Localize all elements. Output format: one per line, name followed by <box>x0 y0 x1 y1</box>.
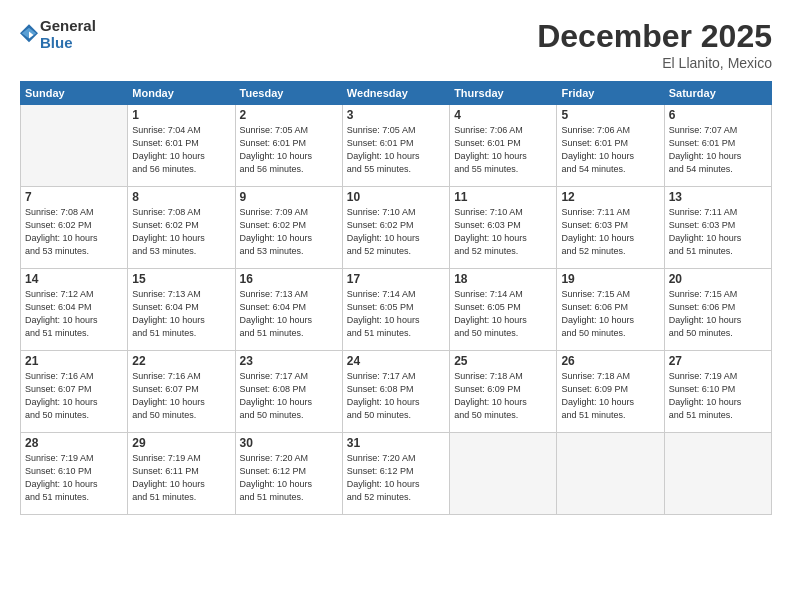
calendar-cell: 8Sunrise: 7:08 AM Sunset: 6:02 PM Daylig… <box>128 187 235 269</box>
day-info: Sunrise: 7:19 AM Sunset: 6:11 PM Dayligh… <box>132 452 230 504</box>
day-info: Sunrise: 7:06 AM Sunset: 6:01 PM Dayligh… <box>454 124 552 176</box>
logo-icon <box>20 24 38 46</box>
calendar-cell: 24Sunrise: 7:17 AM Sunset: 6:08 PM Dayli… <box>342 351 449 433</box>
day-info: Sunrise: 7:18 AM Sunset: 6:09 PM Dayligh… <box>454 370 552 422</box>
weekday-header-saturday: Saturday <box>664 82 771 105</box>
location: El Llanito, Mexico <box>537 55 772 71</box>
day-info: Sunrise: 7:13 AM Sunset: 6:04 PM Dayligh… <box>240 288 338 340</box>
day-info: Sunrise: 7:11 AM Sunset: 6:03 PM Dayligh… <box>669 206 767 258</box>
calendar-cell: 19Sunrise: 7:15 AM Sunset: 6:06 PM Dayli… <box>557 269 664 351</box>
day-number: 4 <box>454 108 552 122</box>
day-number: 21 <box>25 354 123 368</box>
day-info: Sunrise: 7:10 AM Sunset: 6:02 PM Dayligh… <box>347 206 445 258</box>
day-number: 31 <box>347 436 445 450</box>
calendar-cell: 22Sunrise: 7:16 AM Sunset: 6:07 PM Dayli… <box>128 351 235 433</box>
calendar-cell: 4Sunrise: 7:06 AM Sunset: 6:01 PM Daylig… <box>450 105 557 187</box>
day-info: Sunrise: 7:15 AM Sunset: 6:06 PM Dayligh… <box>561 288 659 340</box>
calendar-cell: 17Sunrise: 7:14 AM Sunset: 6:05 PM Dayli… <box>342 269 449 351</box>
calendar-cell: 9Sunrise: 7:09 AM Sunset: 6:02 PM Daylig… <box>235 187 342 269</box>
day-info: Sunrise: 7:16 AM Sunset: 6:07 PM Dayligh… <box>25 370 123 422</box>
week-row-4: 28Sunrise: 7:19 AM Sunset: 6:10 PM Dayli… <box>21 433 772 515</box>
calendar-cell <box>664 433 771 515</box>
calendar-cell <box>450 433 557 515</box>
logo: General Blue <box>20 18 96 51</box>
day-number: 17 <box>347 272 445 286</box>
week-row-0: 1Sunrise: 7:04 AM Sunset: 6:01 PM Daylig… <box>21 105 772 187</box>
day-info: Sunrise: 7:16 AM Sunset: 6:07 PM Dayligh… <box>132 370 230 422</box>
calendar-cell: 2Sunrise: 7:05 AM Sunset: 6:01 PM Daylig… <box>235 105 342 187</box>
day-number: 13 <box>669 190 767 204</box>
week-row-1: 7Sunrise: 7:08 AM Sunset: 6:02 PM Daylig… <box>21 187 772 269</box>
day-number: 6 <box>669 108 767 122</box>
day-number: 5 <box>561 108 659 122</box>
calendar-cell: 28Sunrise: 7:19 AM Sunset: 6:10 PM Dayli… <box>21 433 128 515</box>
week-row-3: 21Sunrise: 7:16 AM Sunset: 6:07 PM Dayli… <box>21 351 772 433</box>
day-info: Sunrise: 7:08 AM Sunset: 6:02 PM Dayligh… <box>25 206 123 258</box>
page: General Blue December 2025 El Llanito, M… <box>0 0 792 612</box>
day-info: Sunrise: 7:04 AM Sunset: 6:01 PM Dayligh… <box>132 124 230 176</box>
calendar-cell <box>557 433 664 515</box>
day-number: 20 <box>669 272 767 286</box>
month-title: December 2025 <box>537 18 772 55</box>
calendar-cell: 18Sunrise: 7:14 AM Sunset: 6:05 PM Dayli… <box>450 269 557 351</box>
day-number: 18 <box>454 272 552 286</box>
day-info: Sunrise: 7:20 AM Sunset: 6:12 PM Dayligh… <box>240 452 338 504</box>
calendar-cell: 29Sunrise: 7:19 AM Sunset: 6:11 PM Dayli… <box>128 433 235 515</box>
day-number: 28 <box>25 436 123 450</box>
day-number: 27 <box>669 354 767 368</box>
day-info: Sunrise: 7:06 AM Sunset: 6:01 PM Dayligh… <box>561 124 659 176</box>
day-info: Sunrise: 7:11 AM Sunset: 6:03 PM Dayligh… <box>561 206 659 258</box>
day-number: 8 <box>132 190 230 204</box>
logo-text: General Blue <box>40 18 96 51</box>
day-info: Sunrise: 7:13 AM Sunset: 6:04 PM Dayligh… <box>132 288 230 340</box>
day-info: Sunrise: 7:19 AM Sunset: 6:10 PM Dayligh… <box>25 452 123 504</box>
day-number: 25 <box>454 354 552 368</box>
day-number: 2 <box>240 108 338 122</box>
weekday-header-friday: Friday <box>557 82 664 105</box>
calendar-cell: 31Sunrise: 7:20 AM Sunset: 6:12 PM Dayli… <box>342 433 449 515</box>
day-number: 7 <box>25 190 123 204</box>
calendar-cell: 14Sunrise: 7:12 AM Sunset: 6:04 PM Dayli… <box>21 269 128 351</box>
calendar: SundayMondayTuesdayWednesdayThursdayFrid… <box>20 81 772 515</box>
weekday-header-row: SundayMondayTuesdayWednesdayThursdayFrid… <box>21 82 772 105</box>
calendar-cell: 26Sunrise: 7:18 AM Sunset: 6:09 PM Dayli… <box>557 351 664 433</box>
calendar-body: 1Sunrise: 7:04 AM Sunset: 6:01 PM Daylig… <box>21 105 772 515</box>
day-info: Sunrise: 7:15 AM Sunset: 6:06 PM Dayligh… <box>669 288 767 340</box>
day-number: 24 <box>347 354 445 368</box>
header: General Blue December 2025 El Llanito, M… <box>20 18 772 71</box>
day-info: Sunrise: 7:14 AM Sunset: 6:05 PM Dayligh… <box>454 288 552 340</box>
calendar-cell: 12Sunrise: 7:11 AM Sunset: 6:03 PM Dayli… <box>557 187 664 269</box>
day-number: 29 <box>132 436 230 450</box>
day-info: Sunrise: 7:18 AM Sunset: 6:09 PM Dayligh… <box>561 370 659 422</box>
weekday-header-thursday: Thursday <box>450 82 557 105</box>
day-number: 9 <box>240 190 338 204</box>
calendar-cell: 10Sunrise: 7:10 AM Sunset: 6:02 PM Dayli… <box>342 187 449 269</box>
day-number: 26 <box>561 354 659 368</box>
day-number: 19 <box>561 272 659 286</box>
calendar-cell: 16Sunrise: 7:13 AM Sunset: 6:04 PM Dayli… <box>235 269 342 351</box>
day-info: Sunrise: 7:17 AM Sunset: 6:08 PM Dayligh… <box>347 370 445 422</box>
calendar-cell <box>21 105 128 187</box>
day-number: 22 <box>132 354 230 368</box>
calendar-cell: 11Sunrise: 7:10 AM Sunset: 6:03 PM Dayli… <box>450 187 557 269</box>
day-number: 3 <box>347 108 445 122</box>
week-row-2: 14Sunrise: 7:12 AM Sunset: 6:04 PM Dayli… <box>21 269 772 351</box>
day-number: 14 <box>25 272 123 286</box>
day-number: 16 <box>240 272 338 286</box>
calendar-cell: 3Sunrise: 7:05 AM Sunset: 6:01 PM Daylig… <box>342 105 449 187</box>
calendar-cell: 5Sunrise: 7:06 AM Sunset: 6:01 PM Daylig… <box>557 105 664 187</box>
day-info: Sunrise: 7:10 AM Sunset: 6:03 PM Dayligh… <box>454 206 552 258</box>
day-number: 10 <box>347 190 445 204</box>
calendar-cell: 13Sunrise: 7:11 AM Sunset: 6:03 PM Dayli… <box>664 187 771 269</box>
day-number: 1 <box>132 108 230 122</box>
day-number: 11 <box>454 190 552 204</box>
day-info: Sunrise: 7:14 AM Sunset: 6:05 PM Dayligh… <box>347 288 445 340</box>
title-block: December 2025 El Llanito, Mexico <box>537 18 772 71</box>
day-info: Sunrise: 7:05 AM Sunset: 6:01 PM Dayligh… <box>240 124 338 176</box>
day-number: 23 <box>240 354 338 368</box>
day-number: 12 <box>561 190 659 204</box>
calendar-cell: 15Sunrise: 7:13 AM Sunset: 6:04 PM Dayli… <box>128 269 235 351</box>
day-number: 15 <box>132 272 230 286</box>
calendar-cell: 27Sunrise: 7:19 AM Sunset: 6:10 PM Dayli… <box>664 351 771 433</box>
day-number: 30 <box>240 436 338 450</box>
